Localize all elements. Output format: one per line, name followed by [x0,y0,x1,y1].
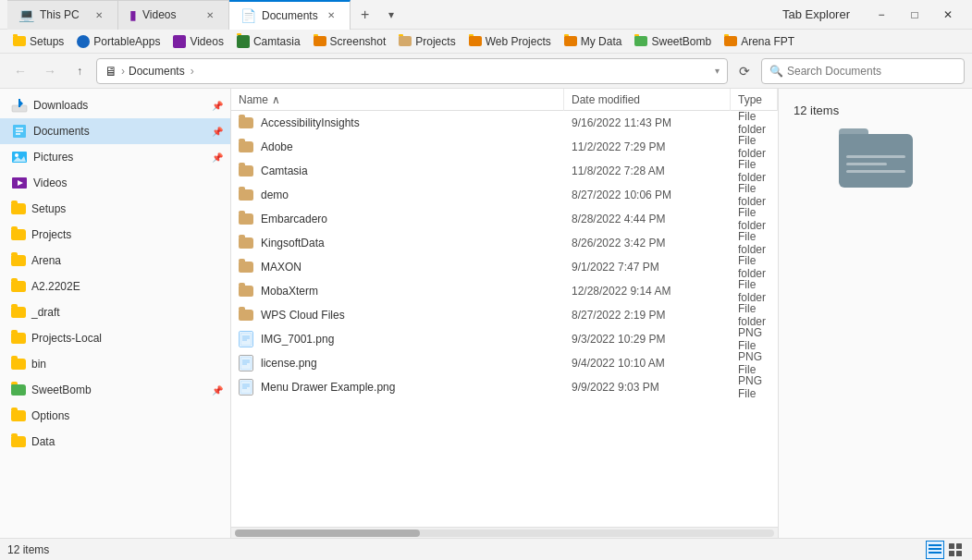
downloads-pin-icon[interactable]: 📌 [212,101,223,111]
close-button[interactable]: ✕ [931,2,965,28]
table-row[interactable]: license.png 9/4/2022 10:10 AM PNG File [231,351,778,375]
quickbar-screenshot[interactable]: Screenshot [308,33,392,50]
file-type: PNG File [731,327,778,351]
grid-view-button[interactable] [946,541,965,559]
address-box[interactable]: 🖥 › Documents › ▾ [96,58,728,84]
quickbar-sweetbomb[interactable]: SweetBomb [629,33,717,50]
file-name: AccessibilityInsights [261,116,360,129]
sidebar-item-downloads[interactable]: Downloads 📌 [0,92,230,118]
sidebar-item-setups[interactable]: Setups [0,196,230,222]
table-row[interactable]: AccessibilityInsights 9/16/2022 11:43 PM… [231,111,778,135]
file-name: Embarcadero [261,213,327,225]
quickbar-videos[interactable]: Videos [167,33,228,50]
sidebar-item-a22202e[interactable]: A2.2202E [0,274,230,299]
address-chevron-icon[interactable]: ▾ [715,66,720,76]
sweetbomb-pin-icon[interactable]: 📌 [212,385,223,396]
maximize-button[interactable]: □ [898,2,931,28]
table-row[interactable]: WPS Cloud Files 8/27/2022 2:19 PM File f… [231,303,778,327]
minimize-button[interactable]: − [865,2,898,28]
tab-documents[interactable]: 📄 Documents ✕ [229,0,351,30]
search-input[interactable] [787,65,956,78]
tab-this-pc[interactable]: 💻 This PC ✕ [7,0,118,30]
table-row[interactable]: Menu Drawer Example.png 9/9/2022 9:03 PM… [231,375,778,399]
quickbar-portableapps[interactable]: PortableApps [71,33,166,50]
file-date: 8/28/2022 4:44 PM [564,207,731,231]
sidebar-item-documents[interactable]: Documents 📌 [0,118,230,144]
svg-rect-29 [949,551,954,556]
table-row[interactable]: Adobe 11/2/2022 7:29 PM File folder [231,135,778,159]
quickbar-arenafpt[interactable]: Arena FPT [719,33,800,50]
refresh-button[interactable]: ⟳ [732,58,757,84]
sidebar-item-projects-local[interactable]: Projects-Local [0,325,230,351]
table-row[interactable]: Camtasia 11/8/2022 7:28 AM File folder [231,159,778,183]
camtasia-icon [237,35,250,48]
sidebar-item-videos[interactable]: Videos [0,170,230,196]
file-type: File folder [731,255,778,279]
list-view-button[interactable] [926,541,944,559]
table-row[interactable]: Embarcadero 8/28/2022 4:44 PM File folde… [231,207,778,231]
sidebar-sweetbomb-label: SweetBomb [31,383,92,396]
tab-documents-close[interactable]: ✕ [324,8,338,23]
nav-back-button[interactable]: ← [7,58,33,84]
svg-rect-28 [956,543,962,549]
quickbar-camtasia[interactable]: Camtasia [231,33,306,50]
scroll-thumb[interactable] [235,530,420,537]
table-row[interactable]: KingsoftData 8/26/2022 3:42 PM File fold… [231,231,778,255]
sidebar-item-options[interactable]: Options [0,403,230,429]
quickbar-projects[interactable]: Projects [393,33,461,50]
sidebar-item-bin[interactable]: bin [0,351,230,377]
quickbar-webprojects[interactable]: Web Projects [463,33,557,50]
quickbar-camtasia-label: Camtasia [253,35,301,48]
file-type: File folder [731,183,778,207]
quickbar-setups[interactable]: Setups [7,33,69,50]
horizontal-scrollbar[interactable] [231,527,778,538]
quickbar-mydata-label: My Data [581,35,622,48]
column-header-name[interactable]: Name ∧ [231,89,564,111]
status-bar: 12 items [0,538,972,560]
sweetbomb-folder-icon [11,384,26,396]
pictures-icon [11,150,28,164]
sidebar-setups-label: Setups [31,202,66,215]
address-separator-1: › [121,65,125,78]
sweetbomb-icon [634,36,647,46]
setups-folder-icon [11,203,26,214]
sidebar-item-projects[interactable]: Projects [0,222,230,248]
pictures-pin-icon[interactable]: 📌 [212,152,223,163]
tab-videos[interactable]: ▮ Videos ✕ [118,0,229,30]
documents-pin-icon[interactable]: 📌 [212,127,223,137]
tab-documents-label: Documents [262,9,318,22]
sidebar-item-pictures[interactable]: Pictures 📌 [0,144,230,170]
column-header-date[interactable]: Date modified [564,89,731,111]
table-row[interactable]: IMG_7001.png 9/3/2022 10:29 PM PNG File [231,327,778,351]
nav-forward-button[interactable]: → [37,58,63,84]
file-date: 9/3/2022 10:29 PM [564,327,731,351]
folder-icon [239,213,253,225]
table-row[interactable]: demo 8/27/2022 10:06 PM File folder [231,183,778,207]
column-header-type[interactable]: Type [731,89,778,111]
sidebar-arena-label: Arena [31,254,61,267]
sidebar-item-arena[interactable]: Arena [0,248,230,274]
file-name: Menu Drawer Example.png [261,381,395,394]
quickbar-mydata[interactable]: My Data [559,33,628,50]
videos-tab-icon: ▮ [129,7,137,22]
documents-icon [11,124,28,139]
file-date: 8/26/2022 3:42 PM [564,231,731,255]
file-date: 9/1/2022 7:47 PM [564,255,731,279]
sidebar-item-sweetbomb[interactable]: SweetBomb 📌 [0,377,230,403]
search-box[interactable]: 🔍 [761,58,965,84]
add-tab-button[interactable]: + [351,0,380,30]
tab-videos-label: Videos [142,8,176,21]
nav-up-button[interactable]: ↑ [67,58,92,84]
tab-this-pc-close[interactable]: ✕ [92,7,106,22]
table-row[interactable]: MAXON 9/1/2022 7:47 PM File folder [231,255,778,279]
sort-arrow-icon: ∧ [272,93,280,106]
portableapps-icon [77,35,90,48]
app-title: Tab Explorer [782,7,850,21]
col-date-label: Date modified [572,93,640,106]
tab-overflow-arrow[interactable]: ▾ [380,0,402,30]
tab-videos-close[interactable]: ✕ [203,7,217,22]
table-row[interactable]: MobaXterm 12/28/2022 9:14 AM File folder [231,279,778,303]
folder-body [839,134,913,188]
sidebar-item-draft[interactable]: _draft [0,299,230,325]
sidebar-item-data[interactable]: Data [0,429,230,455]
